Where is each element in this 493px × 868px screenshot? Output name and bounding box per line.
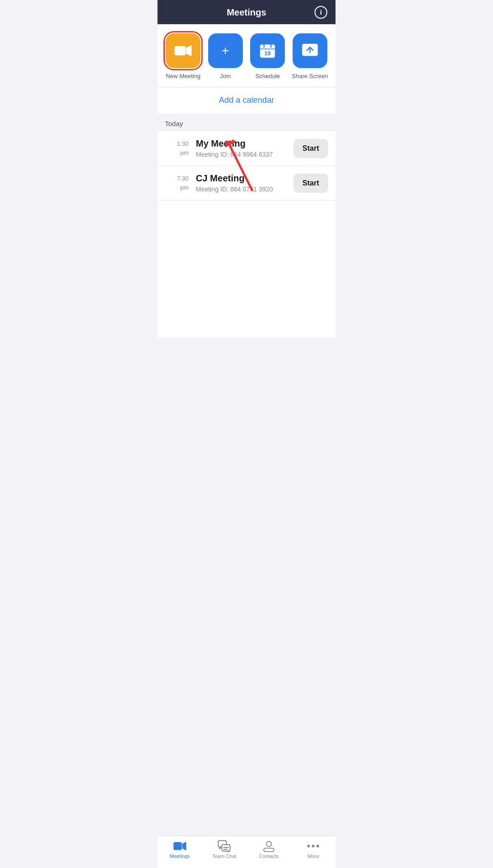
- start-meeting-2-button[interactable]: Start: [294, 174, 328, 193]
- new-meeting-icon: [166, 33, 200, 68]
- info-button[interactable]: i: [315, 6, 327, 19]
- svg-rect-0: [175, 46, 186, 56]
- meetings-list: 1:30pm My Meeting Meeting ID: 864 9964 6…: [157, 131, 336, 201]
- meeting-item: 7:30pm CJ Meeting Meeting ID: 864 0771 3…: [157, 166, 336, 201]
- meeting-info-1: My Meeting Meeting ID: 864 9964 6337: [196, 138, 294, 158]
- svg-text:19: 19: [264, 50, 271, 57]
- meeting-name-2: CJ Meeting: [196, 173, 294, 184]
- meeting-item: 1:30pm My Meeting Meeting ID: 864 9964 6…: [157, 131, 336, 166]
- join-button[interactable]: + Join: [207, 33, 244, 79]
- schedule-label: Schedule: [255, 73, 280, 79]
- add-calendar-button[interactable]: Add a calendar: [219, 95, 274, 105]
- actions-row: New Meeting + Join 19 Sche: [157, 24, 336, 87]
- share-screen-icon: [293, 33, 327, 68]
- app-header: Meetings i: [157, 0, 336, 24]
- meeting-name-1: My Meeting: [196, 138, 294, 149]
- today-section-header: Today: [157, 116, 336, 131]
- schedule-button[interactable]: 19 Schedule: [249, 33, 286, 79]
- main-content: New Meeting + Join 19 Sche: [157, 24, 336, 374]
- meeting-id-1: Meeting ID: 864 9964 6337: [196, 151, 294, 158]
- add-calendar-section: Add a calendar: [157, 87, 336, 116]
- header-title: Meetings: [227, 7, 267, 18]
- content-spacer: [157, 201, 336, 338]
- meeting-time-2: 7:30pm: [165, 174, 189, 191]
- join-label: Join: [220, 73, 231, 79]
- today-label: Today: [165, 120, 183, 127]
- svg-marker-1: [186, 45, 192, 56]
- share-screen-label: Share Screen: [292, 73, 328, 79]
- meeting-time-1: 1:30pm: [165, 139, 189, 157]
- start-meeting-1-button[interactable]: Start: [294, 139, 328, 158]
- share-screen-button[interactable]: Share Screen: [292, 33, 328, 79]
- meeting-id-2: Meeting ID: 864 0771 3920: [196, 185, 294, 193]
- new-meeting-label: New Meeting: [166, 73, 200, 79]
- schedule-icon: 19: [250, 33, 285, 68]
- meeting-info-2: CJ Meeting Meeting ID: 864 0771 3920: [196, 173, 294, 193]
- new-meeting-button[interactable]: New Meeting: [165, 33, 201, 79]
- join-icon: +: [208, 33, 243, 68]
